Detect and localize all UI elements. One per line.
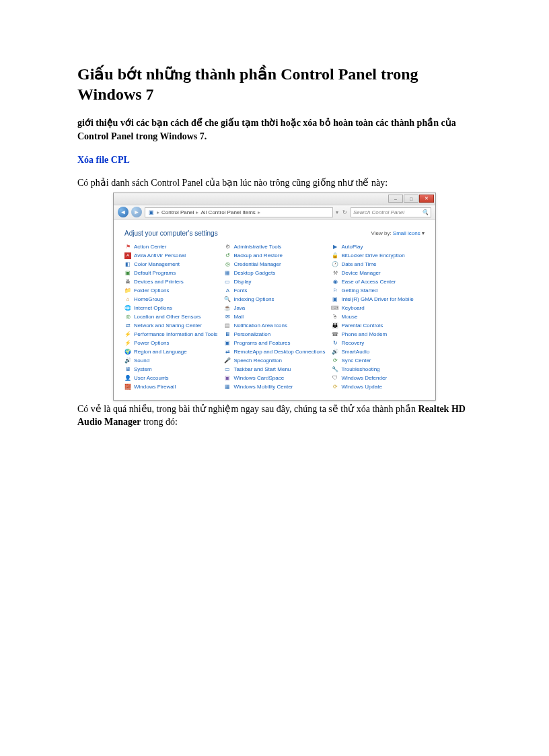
cp-item-mouse[interactable]: 🖱Mouse	[332, 314, 425, 320]
cp-item-ease-access[interactable]: ◉Ease of Access Center	[332, 279, 425, 285]
avira-icon: A	[124, 252, 131, 259]
gadget-icon: ▦	[224, 270, 231, 277]
cp-item-internet-options[interactable]: 🌐Internet Options	[124, 305, 217, 312]
cp-item-cardspace[interactable]: ▣Windows CardSpace	[224, 375, 325, 382]
cp-item-autoplay[interactable]: ▶AutoPlay	[332, 244, 425, 250]
globe-icon: 🌍	[124, 349, 131, 355]
cp-item-devices-printers[interactable]: 🖶Devices and Printers	[124, 279, 217, 285]
cp-item-fonts[interactable]: AFonts	[224, 287, 325, 294]
audio-icon: 🔊	[332, 349, 338, 355]
paragraph-1: Có phải danh sách Control Panel của bạn …	[77, 176, 472, 190]
address-bar[interactable]: ▣ ▸ Control Panel ▸ All Control Panel It…	[145, 207, 333, 217]
minimize-button[interactable]: –	[388, 195, 403, 203]
cp-item-region[interactable]: 🌍Region and Language	[124, 349, 217, 355]
cp-item-default-programs[interactable]: ▣Default Programs	[124, 270, 217, 277]
cp-item-homegroup[interactable]: ⌂HomeGroup	[124, 296, 217, 303]
speech-icon: 🎤	[224, 357, 231, 364]
performance-icon: ⚡	[124, 331, 131, 338]
programs-features-icon: ▣	[224, 340, 231, 347]
cp-item-troubleshoot[interactable]: 🔧Troubleshooting	[332, 366, 425, 373]
section-heading-link[interactable]: Xóa file CPL	[77, 155, 472, 166]
cp-item-user-accounts[interactable]: 👤User Accounts	[124, 375, 217, 382]
parental-icon: 👪	[332, 322, 338, 329]
firewall-icon: 🧱	[124, 384, 131, 390]
breadcrumb-root[interactable]: Control Panel	[161, 209, 194, 215]
cp-item-remoteapp[interactable]: ⇄RemoteApp and Desktop Connections	[224, 349, 325, 355]
cp-item-update[interactable]: ⟳Windows Update	[332, 384, 425, 390]
cp-item-credential[interactable]: ◎Credential Manager	[224, 261, 325, 268]
mobility-icon: ▦	[224, 384, 231, 390]
user-icon: 👤	[124, 375, 131, 382]
cp-item-indexing[interactable]: 🔍Indexing Options	[224, 296, 325, 303]
paragraph-2: Có vẻ là quá nhiều, trong bài thử nghiệm…	[77, 403, 472, 429]
chevron-right-icon: ▸	[157, 209, 159, 215]
cp-item-action-center[interactable]: ⚑Action Center	[124, 244, 217, 250]
cp-item-gadgets[interactable]: ▦Desktop Gadgets	[224, 270, 325, 277]
autoplay-icon: ▶	[332, 244, 338, 250]
homegroup-icon: ⌂	[124, 296, 131, 303]
back-button[interactable]: ◄	[118, 207, 129, 217]
cp-item-device-manager[interactable]: ⚒Device Manager	[332, 270, 425, 277]
cp-item-phone-modem[interactable]: ☎Phone and Modem	[332, 331, 425, 338]
taskbar-icon: ▭	[224, 366, 231, 373]
cp-item-java[interactable]: ☕Java	[224, 305, 325, 312]
personalization-icon: 🖥	[224, 331, 231, 338]
cp-item-speech[interactable]: 🎤Speech Recognition	[224, 357, 325, 364]
breadcrumb-current[interactable]: All Control Panel Items	[200, 209, 255, 215]
cp-item-personalization[interactable]: 🖥Personalization	[224, 331, 325, 338]
cp-item-parental[interactable]: 👪Parental Controls	[332, 322, 425, 329]
cp-item-intel-gma[interactable]: ▣Intel(R) GMA Driver for Mobile	[332, 296, 425, 303]
close-button[interactable]: ✕	[419, 195, 434, 203]
power-icon: ⚡	[124, 340, 131, 347]
color-icon: ◧	[124, 261, 131, 268]
cp-item-performance[interactable]: ⚡Performance Information and Tools	[124, 331, 217, 338]
cp-item-notification[interactable]: ▤Notification Area Icons	[224, 322, 325, 329]
search-icon: 🔍	[422, 209, 429, 215]
intel-icon: ▣	[332, 296, 338, 303]
explorer-navbar: ◄ ► ▣ ▸ Control Panel ▸ All Control Pane…	[114, 205, 435, 220]
maximize-button[interactable]: □	[404, 195, 418, 203]
page-title: Giấu bớt những thành phần Control Panel …	[77, 64, 472, 104]
cp-item-backup[interactable]: ↺Backup and Restore	[224, 252, 325, 259]
location-icon: ◎	[124, 314, 131, 320]
cp-item-mobility[interactable]: ▦Windows Mobility Center	[224, 384, 325, 390]
cp-item-system[interactable]: 🖥System	[124, 366, 217, 373]
forward-button[interactable]: ►	[131, 207, 142, 217]
cp-item-avira[interactable]: AAvira AntiVir Personal	[124, 252, 217, 259]
cp-item-keyboard[interactable]: ⌨Keyboard	[332, 305, 425, 312]
window-titlebar: – □ ✕	[114, 193, 435, 205]
intro-text: giới thiệu với các bạn cách để che giấu …	[77, 116, 472, 143]
refresh-icon[interactable]: ↻	[341, 209, 348, 215]
cp-item-power[interactable]: ⚡Power Options	[124, 340, 217, 347]
cp-item-recovery[interactable]: ↻Recovery	[332, 340, 425, 347]
mouse-icon: 🖱	[332, 314, 338, 320]
fonts-icon: A	[224, 287, 231, 294]
indexing-icon: 🔍	[224, 296, 231, 303]
cp-item-programs-features[interactable]: ▣Programs and Features	[224, 340, 325, 347]
cp-item-bitlocker[interactable]: 🔒BitLocker Drive Encryption	[332, 252, 425, 259]
search-input[interactable]: Search Control Panel 🔍	[351, 207, 431, 217]
view-by-control[interactable]: View by: Small icons ▾	[371, 230, 425, 236]
cp-item-sync[interactable]: ⟳Sync Center	[332, 357, 425, 364]
cp-item-firewall[interactable]: 🧱Windows Firewall	[124, 384, 217, 390]
troubleshoot-icon: 🔧	[332, 366, 338, 373]
cp-item-sound[interactable]: 🔊Sound	[124, 357, 217, 364]
cp-item-smartaudio[interactable]: 🔊SmartAudio	[332, 349, 425, 355]
access-icon: ◉	[332, 279, 338, 285]
cp-item-location[interactable]: ◎Location and Other Sensors	[124, 314, 217, 320]
control-panel-icon: ▣	[148, 209, 155, 215]
cp-item-display[interactable]: ▭Display	[224, 279, 325, 285]
cp-item-getting-started[interactable]: ⚐Getting Started	[332, 287, 425, 294]
cp-item-admin-tools[interactable]: ⚙Administrative Tools	[224, 244, 325, 250]
cp-item-datetime[interactable]: 🕐Date and Time	[332, 261, 425, 268]
lock-icon: 🔒	[332, 252, 338, 259]
cp-item-defender[interactable]: 🛡Windows Defender	[332, 375, 425, 382]
cp-item-network[interactable]: ⇄Network and Sharing Center	[124, 322, 217, 329]
view-by-value[interactable]: Small icons	[393, 230, 420, 236]
cp-item-mail[interactable]: ✉Mail	[224, 314, 325, 320]
cp-item-color[interactable]: ◧Color Management	[124, 261, 217, 268]
cp-item-taskbar[interactable]: ▭Taskbar and Start Menu	[224, 366, 325, 373]
cardspace-icon: ▣	[224, 375, 231, 382]
credential-icon: ◎	[224, 261, 231, 268]
cp-item-folder-options[interactable]: 📁Folder Options	[124, 287, 217, 294]
